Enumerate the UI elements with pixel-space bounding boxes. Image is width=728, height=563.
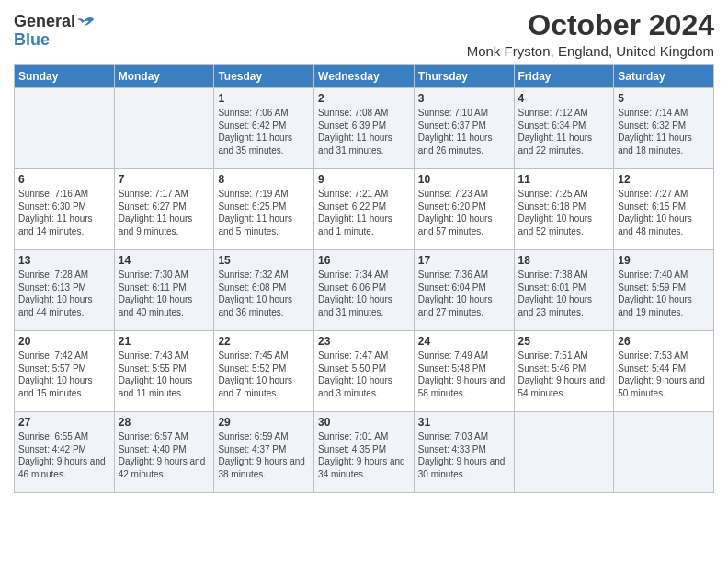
calendar-cell: 24Sunrise: 7:49 AM Sunset: 5:48 PM Dayli… — [414, 331, 514, 412]
calendar-cell: 30Sunrise: 7:01 AM Sunset: 4:35 PM Dayli… — [314, 412, 415, 493]
calendar-week-row: 20Sunrise: 7:42 AM Sunset: 5:57 PM Dayli… — [15, 331, 714, 412]
day-number: 9 — [318, 173, 410, 186]
cell-sun-info: Sunrise: 6:59 AM Sunset: 4:37 PM Dayligh… — [218, 431, 310, 480]
header-monday: Monday — [114, 65, 214, 88]
cell-sun-info: Sunrise: 7:16 AM Sunset: 6:30 PM Dayligh… — [18, 188, 110, 237]
cell-sun-info: Sunrise: 7:53 AM Sunset: 5:44 PM Dayligh… — [618, 350, 710, 399]
day-number: 1 — [218, 92, 310, 105]
day-number: 23 — [318, 335, 410, 348]
cell-sun-info: Sunrise: 7:51 AM Sunset: 5:46 PM Dayligh… — [518, 350, 610, 399]
calendar-cell: 16Sunrise: 7:34 AM Sunset: 6:06 PM Dayli… — [314, 250, 415, 331]
cell-sun-info: Sunrise: 7:42 AM Sunset: 5:57 PM Dayligh… — [18, 350, 110, 399]
calendar-cell: 9Sunrise: 7:21 AM Sunset: 6:22 PM Daylig… — [314, 169, 415, 250]
month-title: October 2024 — [467, 9, 714, 41]
cell-sun-info: Sunrise: 7:17 AM Sunset: 6:27 PM Dayligh… — [119, 188, 210, 237]
cell-sun-info: Sunrise: 7:38 AM Sunset: 6:01 PM Dayligh… — [518, 269, 610, 318]
day-number: 2 — [318, 92, 410, 105]
cell-sun-info: Sunrise: 7:08 AM Sunset: 6:39 PM Dayligh… — [318, 107, 410, 156]
calendar-cell: 12Sunrise: 7:27 AM Sunset: 6:15 PM Dayli… — [614, 169, 714, 250]
day-number: 12 — [618, 173, 710, 186]
calendar-cell: 11Sunrise: 7:25 AM Sunset: 6:18 PM Dayli… — [514, 169, 614, 250]
calendar-cell: 1Sunrise: 7:06 AM Sunset: 6:42 PM Daylig… — [214, 88, 314, 169]
day-number: 21 — [119, 335, 210, 348]
cell-sun-info: Sunrise: 7:03 AM Sunset: 4:33 PM Dayligh… — [418, 431, 510, 480]
day-number: 18 — [518, 254, 610, 267]
day-number: 22 — [218, 335, 310, 348]
cell-sun-info: Sunrise: 6:55 AM Sunset: 4:42 PM Dayligh… — [18, 431, 110, 480]
day-number: 7 — [119, 173, 210, 186]
calendar-header-row: SundayMondayTuesdayWednesdayThursdayFrid… — [15, 65, 714, 88]
day-number: 26 — [618, 335, 710, 348]
calendar-cell: 2Sunrise: 7:08 AM Sunset: 6:39 PM Daylig… — [314, 88, 415, 169]
cell-sun-info: Sunrise: 7:23 AM Sunset: 6:20 PM Dayligh… — [418, 188, 510, 237]
day-number: 30 — [318, 416, 410, 429]
cell-sun-info: Sunrise: 7:43 AM Sunset: 5:55 PM Dayligh… — [119, 350, 210, 399]
calendar-cell: 5Sunrise: 7:14 AM Sunset: 6:32 PM Daylig… — [614, 88, 714, 169]
calendar-cell: 4Sunrise: 7:12 AM Sunset: 6:34 PM Daylig… — [514, 88, 614, 169]
cell-sun-info: Sunrise: 7:21 AM Sunset: 6:22 PM Dayligh… — [318, 188, 410, 237]
calendar-cell: 18Sunrise: 7:38 AM Sunset: 6:01 PM Dayli… — [514, 250, 614, 331]
cell-sun-info: Sunrise: 7:40 AM Sunset: 5:59 PM Dayligh… — [618, 269, 710, 318]
calendar-cell: 7Sunrise: 7:17 AM Sunset: 6:27 PM Daylig… — [114, 169, 214, 250]
day-number: 13 — [18, 254, 110, 267]
logo-general-text: General — [14, 13, 75, 31]
cell-sun-info: Sunrise: 7:12 AM Sunset: 6:34 PM Dayligh… — [518, 107, 610, 156]
day-number: 31 — [418, 416, 510, 429]
calendar-cell — [614, 412, 714, 493]
header-wednesday: Wednesday — [314, 65, 415, 88]
calendar-week-row: 27Sunrise: 6:55 AM Sunset: 4:42 PM Dayli… — [15, 412, 714, 493]
calendar-cell: 3Sunrise: 7:10 AM Sunset: 6:37 PM Daylig… — [414, 88, 514, 169]
calendar-cell: 19Sunrise: 7:40 AM Sunset: 5:59 PM Dayli… — [614, 250, 714, 331]
day-number: 17 — [418, 254, 510, 267]
cell-sun-info: Sunrise: 7:14 AM Sunset: 6:32 PM Dayligh… — [618, 107, 710, 156]
day-number: 10 — [418, 173, 510, 186]
day-number: 27 — [18, 416, 110, 429]
day-number: 16 — [318, 254, 410, 267]
day-number: 4 — [518, 92, 610, 105]
day-number: 5 — [618, 92, 710, 105]
cell-sun-info: Sunrise: 7:49 AM Sunset: 5:48 PM Dayligh… — [418, 350, 510, 399]
logo: General Blue — [14, 13, 94, 50]
day-number: 6 — [18, 173, 110, 186]
logo-bird-icon — [77, 16, 94, 29]
calendar-cell: 17Sunrise: 7:36 AM Sunset: 6:04 PM Dayli… — [414, 250, 514, 331]
calendar-cell: 14Sunrise: 7:30 AM Sunset: 6:11 PM Dayli… — [114, 250, 214, 331]
calendar-cell: 26Sunrise: 7:53 AM Sunset: 5:44 PM Dayli… — [614, 331, 714, 412]
cell-sun-info: Sunrise: 7:06 AM Sunset: 6:42 PM Dayligh… — [218, 107, 310, 156]
title-block: October 2024 Monk Fryston, England, Unit… — [467, 9, 714, 59]
day-number: 14 — [119, 254, 210, 267]
calendar-table: SundayMondayTuesdayWednesdayThursdayFrid… — [14, 64, 714, 493]
calendar-cell: 21Sunrise: 7:43 AM Sunset: 5:55 PM Dayli… — [114, 331, 214, 412]
day-number: 8 — [218, 173, 310, 186]
day-number: 25 — [518, 335, 610, 348]
calendar-cell: 8Sunrise: 7:19 AM Sunset: 6:25 PM Daylig… — [214, 169, 314, 250]
calendar-week-row: 13Sunrise: 7:28 AM Sunset: 6:13 PM Dayli… — [15, 250, 714, 331]
cell-sun-info: Sunrise: 7:01 AM Sunset: 4:35 PM Dayligh… — [318, 431, 410, 480]
header-tuesday: Tuesday — [214, 65, 314, 88]
cell-sun-info: Sunrise: 6:57 AM Sunset: 4:40 PM Dayligh… — [119, 431, 210, 480]
calendar-cell: 23Sunrise: 7:47 AM Sunset: 5:50 PM Dayli… — [314, 331, 415, 412]
cell-sun-info: Sunrise: 7:30 AM Sunset: 6:11 PM Dayligh… — [119, 269, 210, 318]
calendar-cell: 29Sunrise: 6:59 AM Sunset: 4:37 PM Dayli… — [214, 412, 314, 493]
cell-sun-info: Sunrise: 7:10 AM Sunset: 6:37 PM Dayligh… — [418, 107, 510, 156]
cell-sun-info: Sunrise: 7:28 AM Sunset: 6:13 PM Dayligh… — [18, 269, 110, 318]
day-number: 28 — [119, 416, 210, 429]
calendar-cell: 25Sunrise: 7:51 AM Sunset: 5:46 PM Dayli… — [514, 331, 614, 412]
calendar-cell: 20Sunrise: 7:42 AM Sunset: 5:57 PM Dayli… — [15, 331, 115, 412]
cell-sun-info: Sunrise: 7:36 AM Sunset: 6:04 PM Dayligh… — [418, 269, 510, 318]
calendar-cell: 6Sunrise: 7:16 AM Sunset: 6:30 PM Daylig… — [15, 169, 115, 250]
day-number: 3 — [418, 92, 510, 105]
calendar-cell — [514, 412, 614, 493]
calendar-cell: 15Sunrise: 7:32 AM Sunset: 6:08 PM Dayli… — [214, 250, 314, 331]
cell-sun-info: Sunrise: 7:47 AM Sunset: 5:50 PM Dayligh… — [318, 350, 410, 399]
day-number: 15 — [218, 254, 310, 267]
calendar-cell — [114, 88, 214, 169]
calendar-cell: 22Sunrise: 7:45 AM Sunset: 5:52 PM Dayli… — [214, 331, 314, 412]
calendar-cell: 27Sunrise: 6:55 AM Sunset: 4:42 PM Dayli… — [15, 412, 115, 493]
calendar-cell: 10Sunrise: 7:23 AM Sunset: 6:20 PM Dayli… — [414, 169, 514, 250]
header-sunday: Sunday — [15, 65, 115, 88]
cell-sun-info: Sunrise: 7:25 AM Sunset: 6:18 PM Dayligh… — [518, 188, 610, 237]
logo-blue-text: Blue — [14, 31, 50, 50]
calendar-week-row: 6Sunrise: 7:16 AM Sunset: 6:30 PM Daylig… — [15, 169, 714, 250]
header-saturday: Saturday — [614, 65, 714, 88]
